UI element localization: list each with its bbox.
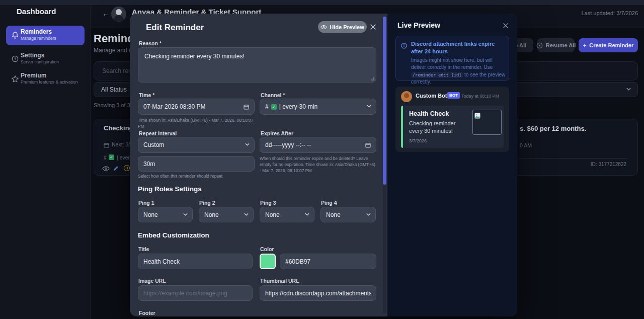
image-url-input[interactable]: https://example.com/image.png [138,285,253,301]
sidebar-item-premium[interactable]: Premium Premium features & activation [6,69,85,89]
time-helper: Time shown in: Asia/Dhaka (GMT+6) - Mar … [138,118,255,130]
reason-label: Reason * [139,40,162,46]
expires-input[interactable]: dd-----yyyy --:-- -- [260,137,376,153]
sidebar-title: Dashboard [17,7,56,16]
calendar-icon [104,141,109,146]
chevron-down-icon [244,213,248,217]
modal-scrollbar-thumb[interactable] [383,17,386,185]
check-emoji: ✓ [109,154,114,160]
attachment-notice: Discord attachment links expire after 24… [395,36,509,81]
live-preview-panel: Live Preview Discord attachment links ex… [387,14,517,316]
embed-title-label: Title [138,246,149,252]
expires-helper: When should this reminder expire and be … [260,156,376,174]
discord-message-preview: Custom Bot BOT Today at 08:10 PM Health … [395,87,509,152]
bell-icon [11,31,19,39]
modal-title: Edit Reminder [146,23,204,33]
bot-avatar [401,91,412,102]
sidebar-item-reminders[interactable]: Reminders Manage reminders [6,26,85,45]
chevron-down-icon [367,105,371,109]
close-icon[interactable] [370,23,376,30]
footer-label: Footer [139,310,155,316]
back-arrow-icon[interactable]: ← [102,9,110,18]
embed-title: Health Check [409,110,449,117]
edit-reminder-modal: Edit Reminder Hide Preview Reason * Chec… [130,14,517,316]
hide-preview-button[interactable]: Hide Preview [318,21,367,33]
sidebar-item-label: Settings [21,52,44,59]
chevron-down-icon [183,213,187,217]
chevron-down-icon [245,143,249,147]
channel-select[interactable]: # ✓ | every-30-min [260,99,376,115]
star-icon [11,75,19,83]
ping2-label: Ping 2 [199,200,215,206]
chevron-down-icon [626,88,630,92]
embed-color-input[interactable]: #60DB97 [280,254,376,269]
repeat-helper: Select how often this reminder should re… [138,174,255,180]
next-run-end: 0 AM [520,142,532,148]
embed-thumbnail [472,110,502,135]
message-timestamp: Today at 08:10 PM [461,94,499,99]
check-emoji: ✓ [271,104,277,110]
channel-hash: # [104,154,107,161]
notice-title: Discord attachment links expire after 24… [411,40,506,55]
create-reminder-button[interactable]: + Create Reminder [579,38,638,52]
ping3-select[interactable]: None [260,207,314,222]
reason-textarea[interactable]: Checking reminder every 30 minutes! [138,47,376,83]
eye-icon [320,25,327,30]
sidebar-item-sub: Premium features & activation [21,79,77,85]
sidebar-item-label: Premium [21,72,46,79]
bot-badge: BOT [447,92,460,99]
reminder-title-end: s. $60 per 12 months. [520,125,586,132]
thumbnail-url-label: Thumbnail URL [260,278,299,284]
bot-name: Custom Bot [416,93,447,99]
server-avatar [111,7,126,22]
ping-section-heading: Ping Roles Settings [138,185,202,193]
ping1-label: Ping 1 [138,200,154,206]
reminders-subheading: Manage and cr [94,47,134,54]
sidebar-item-settings[interactable]: Settings Server configuration [6,49,85,69]
expires-label: Expires After [261,130,293,136]
resize-handle[interactable] [371,77,374,81]
edit-pencil-icon[interactable] [113,165,120,172]
chevron-down-icon [366,213,370,217]
sidebar: Dashboard Reminders Manage reminders Set… [0,5,91,319]
calendar-icon [365,142,371,148]
view-eye-icon[interactable] [102,165,110,172]
embed-color-label: Color [260,246,274,252]
broken-image-icon [474,112,480,118]
top-strip [0,0,644,5]
embed-footer: 3/7/2026 [409,138,427,143]
time-input[interactable]: 07-Mar-2026 08:30 PM [138,99,255,115]
close-icon[interactable] [503,22,509,28]
live-preview-title: Live Preview [397,21,440,29]
channel-label: Channel * [261,92,285,98]
chevron-down-icon [305,213,309,217]
sidebar-item-sub: Manage reminders [21,36,56,41]
calendar-icon [244,104,249,110]
sidebar-item-label: Reminders [21,28,52,35]
repeat-select[interactable]: Custom [138,137,255,153]
image-url-label: Image URL [138,278,166,284]
custom-interval-input[interactable]: 30m [138,156,255,172]
thumbnail-url-input[interactable]: https://cdn.discordapp.com/attachments/8… [260,285,376,301]
embed-description: Checking reminder every 30 minutes! [409,120,470,135]
ping1-select[interactable]: None [138,207,193,222]
info-icon [401,42,407,48]
last-updated: Last updated: 3/7/2026 [581,10,638,16]
card-divider [519,158,627,158]
embed-title-input[interactable]: Health Check [138,254,253,269]
play-circle-icon [536,42,543,49]
repeat-label: Repeat Interval [139,130,177,136]
ping4-select[interactable]: None [320,207,376,222]
sidebar-item-sub: Server configuration [21,59,59,64]
reminder-id: ID: 3177212822 [591,162,626,167]
ping3-label: Ping 3 [260,200,276,206]
ping2-select[interactable]: None [199,207,254,222]
resume-all-button[interactable]: Resume All [537,38,575,52]
app: Dashboard Reminders Manage reminders Set… [0,0,644,319]
color-swatch[interactable] [260,254,276,269]
settings-icon [11,55,19,63]
time-label: Time * [139,92,154,98]
embed-section-heading: Embed Customization [138,231,209,239]
ping4-label: Ping 4 [321,200,337,206]
embed-preview: Health Check Checking reminder every 30 … [401,106,504,148]
